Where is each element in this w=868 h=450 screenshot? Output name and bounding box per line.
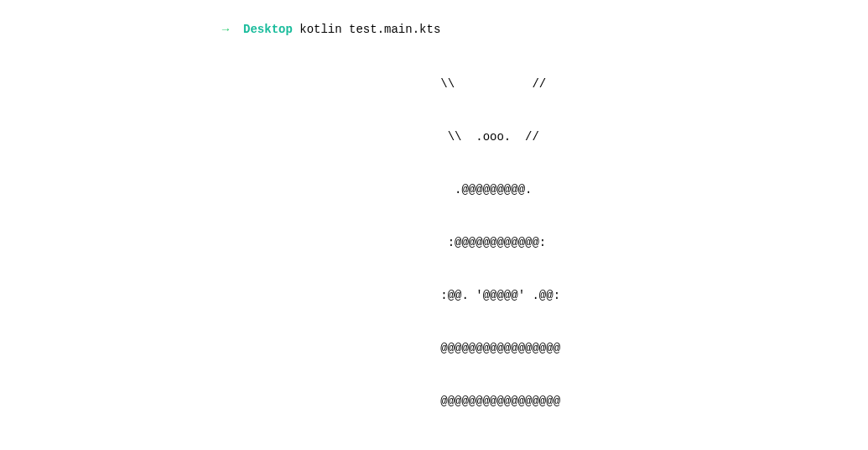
ascii-art-output: \\ // \\ .ooo. // .@@@@@@@@@. :@@@@@@@@@… xyxy=(208,40,868,450)
command-text: kotlin test.main.kts xyxy=(299,23,440,36)
ascii-line: \\ .ooo. // xyxy=(208,128,868,146)
ascii-line: @@@@@@@@@@@@@@@@@ xyxy=(208,393,868,411)
ascii-line: :@@@@@@@@@@@@: xyxy=(208,234,868,252)
prompt-arrow-icon: → xyxy=(222,23,229,36)
ascii-line: \\ // xyxy=(208,76,868,93)
ascii-line: .@@@@@@@@@. xyxy=(208,181,868,199)
prompt-line[interactable]: → Desktop kotlin test.main.kts xyxy=(208,3,868,39)
ascii-line: @@@@@@@@@@@@@@@@@ xyxy=(208,340,868,358)
ascii-line: :@@. '@@@@@' .@@: xyxy=(208,287,868,305)
prompt-directory: Desktop xyxy=(243,23,293,36)
